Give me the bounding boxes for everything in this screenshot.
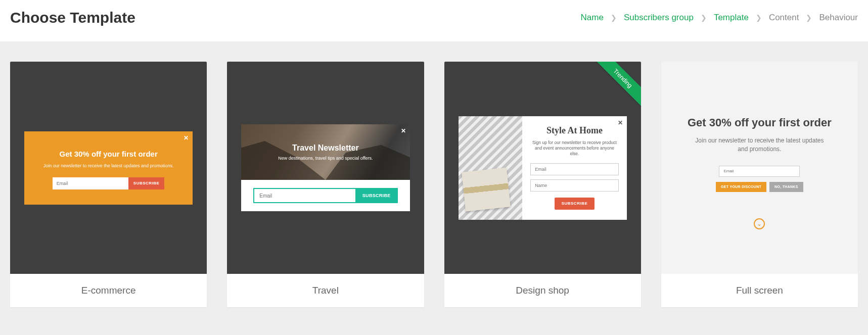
ecommerce-popup: ✕ Get 30% off your first order Join our … bbox=[24, 131, 193, 205]
template-title: Full screen bbox=[661, 274, 858, 307]
subscribe-button: SUBSCRIBE bbox=[128, 177, 165, 189]
template-card-travel[interactable]: ✕ Travel Newsletter New destinations, tr… bbox=[227, 62, 424, 307]
subscribe-button: SUBSCRIBE bbox=[555, 198, 595, 210]
subscribe-button: SUBSCRIBE bbox=[355, 188, 398, 203]
breadcrumb-step-behaviour[interactable]: Behaviour bbox=[819, 13, 858, 23]
template-card-design-shop[interactable]: Trending ✕ Style At Home Sign up for our… bbox=[444, 62, 641, 307]
chevron-right-icon: ❯ bbox=[756, 14, 762, 22]
primary-button: GET YOUR DISCOUNT bbox=[716, 182, 766, 192]
template-title: Design shop bbox=[444, 274, 641, 307]
template-preview: Trending ✕ Style At Home Sign up for our… bbox=[444, 62, 641, 274]
email-input bbox=[253, 188, 355, 203]
template-title: E-commerce bbox=[10, 274, 207, 307]
ribbon-label: Trending bbox=[596, 62, 641, 107]
template-grid: ✕ Get 30% off your first order Join our … bbox=[0, 41, 868, 317]
popup-subtext: New destinations, travel tips and specia… bbox=[278, 156, 373, 161]
secondary-button: NO, THANKS bbox=[769, 182, 803, 192]
fullscreen-popup: Get 30% off your first order Join our ne… bbox=[675, 76, 844, 260]
travel-popup: ✕ Travel Newsletter New destinations, tr… bbox=[241, 124, 409, 211]
popup-subtext: Sign up for our newsletter to receive pr… bbox=[530, 140, 619, 157]
chevron-right-icon: ❯ bbox=[806, 14, 812, 22]
design-popup-image bbox=[459, 116, 523, 220]
breadcrumb-step-content[interactable]: Content bbox=[769, 13, 799, 23]
popup-heading: Style At Home bbox=[530, 125, 619, 136]
close-icon: ✕ bbox=[184, 134, 189, 141]
template-title: Travel bbox=[227, 274, 424, 307]
close-icon: ✕ bbox=[618, 119, 623, 126]
chevron-down-icon: ⌄ bbox=[754, 218, 765, 229]
popup-subtext: Join our newsletter to receive the lates… bbox=[34, 163, 182, 168]
template-preview: ✕ Travel Newsletter New destinations, tr… bbox=[227, 62, 424, 274]
travel-hero-image: ✕ Travel Newsletter New destinations, tr… bbox=[241, 124, 409, 180]
email-input bbox=[53, 177, 128, 189]
popup-subtext: Join our newsletter to receive the lates… bbox=[694, 136, 825, 154]
popup-heading: Get 30% off your first order bbox=[34, 150, 182, 158]
template-card-ecommerce[interactable]: ✕ Get 30% off your first order Join our … bbox=[10, 62, 207, 307]
email-input bbox=[719, 166, 800, 177]
template-card-full-screen[interactable]: Get 30% off your first order Join our ne… bbox=[661, 62, 858, 307]
email-input bbox=[530, 163, 619, 175]
template-preview: Get 30% off your first order Join our ne… bbox=[661, 62, 858, 274]
popup-heading: Travel Newsletter bbox=[292, 143, 359, 153]
header: Choose Template Name ❯ Subscribers group… bbox=[0, 0, 868, 41]
template-preview: ✕ Get 30% off your first order Join our … bbox=[10, 62, 207, 274]
breadcrumb-step-name[interactable]: Name bbox=[581, 13, 604, 23]
popup-heading: Get 30% off your first order bbox=[688, 116, 832, 129]
design-popup: ✕ Style At Home Sign up for our newslett… bbox=[459, 116, 627, 220]
chevron-right-icon: ❯ bbox=[611, 14, 617, 22]
breadcrumb-step-subscribers[interactable]: Subscribers group bbox=[624, 13, 694, 23]
trending-ribbon: Trending bbox=[596, 62, 641, 107]
chevron-right-icon: ❯ bbox=[701, 14, 707, 22]
page-title: Choose Template bbox=[10, 9, 135, 26]
breadcrumb: Name ❯ Subscribers group ❯ Template ❯ Co… bbox=[581, 13, 858, 23]
name-input bbox=[530, 179, 619, 192]
breadcrumb-step-template[interactable]: Template bbox=[714, 13, 749, 23]
close-icon: ✕ bbox=[401, 127, 406, 134]
